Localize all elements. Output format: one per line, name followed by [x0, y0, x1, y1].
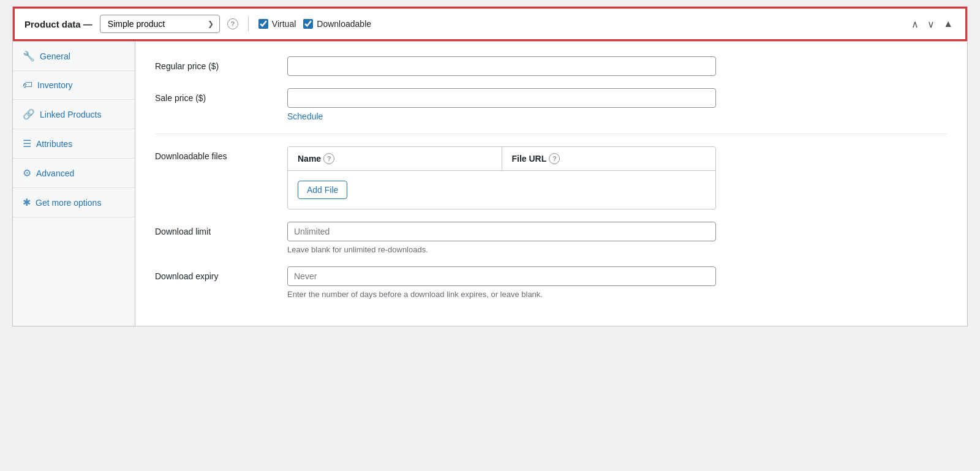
- divider: [155, 134, 948, 134]
- files-table-body: Add File: [288, 171, 715, 209]
- schedule-link[interactable]: Schedule: [287, 111, 323, 121]
- files-table-header: Name ? File URL ?: [288, 147, 715, 171]
- download-expiry-input[interactable]: [287, 266, 716, 286]
- sidebar-item-linked-products[interactable]: 🔗 Linked Products: [13, 100, 135, 129]
- regular-price-row: Regular price ($): [155, 56, 948, 76]
- sidebar-item-advanced[interactable]: ⚙ Advanced: [13, 159, 135, 188]
- expand-button[interactable]: ▲: [941, 17, 956, 31]
- sidebar-item-linked-label: Linked Products: [40, 110, 101, 119]
- url-help-icon[interactable]: ?: [549, 153, 560, 164]
- download-expiry-row: Download expiry Enter the number of days…: [155, 266, 948, 299]
- downloadable-label: Downloadable: [317, 19, 371, 29]
- product-data-body: 🔧 General 🏷 Inventory 🔗 Linked Products …: [13, 41, 967, 326]
- virtual-checkbox[interactable]: [258, 19, 268, 29]
- virtual-checkbox-label[interactable]: Virtual: [258, 19, 296, 29]
- download-limit-help: Leave blank for unlimited re-downloads.: [287, 245, 716, 254]
- sidebar-item-advanced-label: Advanced: [36, 168, 74, 178]
- sale-price-row: Sale price ($) Schedule: [155, 88, 948, 121]
- tag-icon: 🏷: [23, 80, 32, 91]
- main-panel: Regular price ($) Sale price ($) Schedul…: [135, 42, 967, 326]
- download-expiry-area: Enter the number of days before a downlo…: [287, 266, 716, 299]
- regular-price-input-area: [287, 56, 716, 76]
- virtual-label: Virtual: [272, 19, 296, 29]
- sidebar-item-attributes[interactable]: ☰ Attributes: [13, 129, 135, 159]
- vertical-divider: [248, 17, 249, 31]
- download-limit-row: Download limit Leave blank for unlimited…: [155, 222, 948, 254]
- sidebar: 🔧 General 🏷 Inventory 🔗 Linked Products …: [13, 42, 135, 326]
- add-file-button[interactable]: Add File: [298, 181, 347, 199]
- download-limit-label: Download limit: [155, 222, 277, 236]
- sale-price-input-area: Schedule: [287, 88, 716, 121]
- sidebar-item-general[interactable]: 🔧 General: [13, 42, 135, 71]
- downloadable-files-area: Name ? File URL ? Add File: [287, 146, 716, 209]
- product-type-select[interactable]: Simple product Variable product Grouped …: [100, 15, 220, 33]
- sale-price-label: Sale price ($): [155, 88, 277, 103]
- files-col-url: File URL ?: [502, 147, 716, 170]
- downloadable-checkbox[interactable]: [303, 19, 313, 29]
- download-expiry-help: Enter the number of days before a downlo…: [287, 290, 716, 299]
- star-icon: ✱: [23, 197, 31, 208]
- sidebar-item-get-more[interactable]: ✱ Get more options: [13, 188, 135, 217]
- collapse-down-button[interactable]: ∨: [925, 17, 937, 31]
- sale-price-input[interactable]: [287, 88, 716, 108]
- wrench-icon: 🔧: [23, 50, 35, 62]
- list-icon: ☰: [23, 138, 31, 149]
- downloadable-checkbox-label[interactable]: Downloadable: [303, 19, 371, 29]
- download-expiry-label: Download expiry: [155, 266, 277, 281]
- collapse-up-button[interactable]: ∧: [909, 17, 921, 31]
- product-type-select-wrapper[interactable]: Simple product Variable product Grouped …: [100, 15, 220, 33]
- download-limit-area: Leave blank for unlimited re-downloads.: [287, 222, 716, 254]
- header-actions: ∧ ∨ ▲: [909, 17, 956, 31]
- regular-price-input[interactable]: [287, 56, 716, 76]
- regular-price-label: Regular price ($): [155, 56, 277, 71]
- sidebar-item-attributes-label: Attributes: [36, 139, 72, 149]
- files-col-name: Name ?: [288, 147, 502, 170]
- download-limit-input[interactable]: [287, 222, 716, 241]
- link-icon: 🔗: [23, 108, 35, 120]
- sidebar-item-inventory-label: Inventory: [37, 80, 73, 90]
- product-data-label: Product data —: [24, 19, 92, 29]
- downloadable-files-row: Downloadable files Name ? File URL ?: [155, 146, 948, 209]
- downloadable-files-label: Downloadable files: [155, 146, 277, 161]
- sidebar-item-get-more-label: Get more options: [36, 198, 101, 208]
- sidebar-item-general-label: General: [40, 51, 70, 61]
- name-help-icon[interactable]: ?: [323, 153, 334, 164]
- product-data-header: Product data — Simple product Variable p…: [13, 7, 967, 41]
- files-table: Name ? File URL ? Add File: [287, 146, 716, 209]
- sidebar-item-inventory[interactable]: 🏷 Inventory: [13, 71, 135, 100]
- gear-icon: ⚙: [23, 167, 31, 179]
- help-icon[interactable]: ?: [227, 18, 238, 29]
